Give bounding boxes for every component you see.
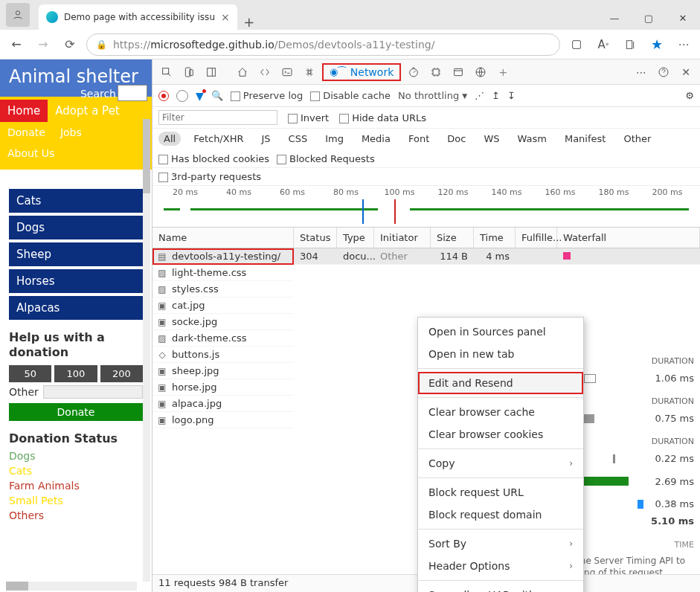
close-window-button[interactable]: ✕ [666,6,700,30]
type-filter-js[interactable]: JS [256,132,275,146]
minimize-button[interactable]: — [597,6,632,30]
type-filter-media[interactable]: Media [356,132,396,146]
refresh-button[interactable]: ⟳ [60,34,80,55]
address-bar[interactable]: 🔒 https://microsoftedge.github.io/Demos/… [86,33,560,56]
blocked_cookies-checkbox[interactable]: Has blocked cookies [158,153,269,164]
request-row[interactable]: ▣logo.png [152,412,294,428]
col-type[interactable]: Type [337,228,374,248]
nav-about[interactable]: About Us [0,143,62,164]
list-item[interactable]: Sheep [9,242,143,266]
type-filter-wasm[interactable]: Wasm [513,132,552,146]
request-row[interactable]: ▤devtools-a11y-testing/ [152,248,294,265]
application-icon[interactable] [449,62,468,82]
type-filter-doc[interactable]: Doc [442,132,471,146]
help-icon[interactable] [654,62,673,82]
profile-icon[interactable] [6,3,30,27]
overview-timeline[interactable]: 20 ms40 ms60 ms80 ms100 ms120 ms140 ms16… [152,186,700,228]
chip-100[interactable]: 100 [54,365,97,382]
import-har-icon[interactable]: ↥ [492,90,500,101]
reader-icon[interactable]: A» [593,34,614,55]
browser-tab[interactable]: Demo page with accessibility issu × [39,4,237,30]
menu-item[interactable]: Copy› [418,452,583,474]
welcome-icon[interactable] [233,62,252,82]
add-tab-icon[interactable]: + [493,62,513,82]
maximize-button[interactable]: ▢ [632,6,666,30]
new-tab-button[interactable]: + [237,14,261,30]
request-row[interactable]: ▣alpaca.jpg [152,396,294,412]
record-button[interactable] [158,91,169,101]
menu-item[interactable]: Block request domain [418,503,583,526]
memory-icon[interactable] [426,62,446,82]
menu-item[interactable]: Open in new tab [418,343,583,365]
request-row[interactable]: ◇buttons.js [152,347,294,363]
col-size[interactable]: Size [431,228,474,248]
request-row[interactable]: ▨dark-theme.css [152,330,294,347]
inspect-icon[interactable] [157,62,176,82]
request-row[interactable]: ▣sheep.jpg [152,363,294,379]
close-tab-icon[interactable]: × [221,11,230,23]
col-initiator[interactable]: Initiator [374,228,431,248]
chip-50[interactable]: 50 [9,365,51,382]
col-name[interactable]: Name [152,228,294,248]
filter-input[interactable] [158,110,277,125]
menu-item[interactable]: Edit and Resend [418,372,583,394]
menu-item[interactable]: Block request URL [418,481,583,503]
donate-button[interactable]: Donate [9,403,143,421]
performance-icon[interactable] [404,62,423,82]
menu-item[interactable]: Open in Sources panel [418,321,583,343]
list-item[interactable]: Cats [9,189,143,213]
page-scrollbar-v[interactable] [143,119,150,582]
nav-jobs[interactable]: Jobs [53,122,89,143]
page-scrollbar-h[interactable] [6,582,137,591]
sources-icon[interactable] [300,62,319,82]
type-filter-all[interactable]: All [158,132,181,146]
type-filter-font[interactable]: Font [403,132,434,146]
list-item[interactable]: Horses [9,269,143,293]
list-item[interactable]: Alpacas [9,296,143,320]
favorite-icon[interactable]: ★ [646,34,667,55]
col-time[interactable]: Time [474,228,516,248]
type-filter-img[interactable]: Img [320,132,349,146]
search-input[interactable] [118,85,147,101]
collections-icon[interactable] [620,34,640,55]
menu-item[interactable]: Save all as HAR with content [418,584,583,592]
export-har-icon[interactable]: ↧ [507,90,516,101]
search-icon[interactable]: 🔍 [211,90,223,101]
request-row[interactable]: ▣cat.jpg [152,297,294,314]
col-waterfall[interactable]: Waterfall [557,228,700,248]
nav-adopt[interactable]: Adopt a Pet [48,100,126,122]
elements-icon[interactable] [255,62,274,82]
device-icon[interactable] [179,62,199,82]
settings-icon[interactable]: ⚙ [685,90,694,101]
type-filter-other[interactable]: Other [618,132,656,146]
console-icon[interactable] [277,62,297,82]
filter-toggle-icon[interactable]: ▼ [196,90,204,102]
type-filter-ws[interactable]: WS [478,132,504,146]
menu-item[interactable]: Clear browser cookies [418,423,583,445]
dock-icon[interactable] [202,62,221,82]
menu-item[interactable]: Sort By› [418,533,583,555]
third-party-checkbox[interactable]: 3rd-party requests [158,171,261,182]
request-row-detail[interactable]: 304 docu... Other 114 B 4 ms [294,248,700,265]
chip-200[interactable]: 200 [100,365,143,382]
type-filter-fetch/xhr[interactable]: Fetch/XHR [188,132,248,146]
col-status[interactable]: Status [294,228,337,248]
col-fulfilled[interactable]: Fulfille... [516,228,557,248]
app-icon[interactable] [566,34,587,55]
other-input[interactable] [43,385,143,399]
menu-item[interactable]: Clear browser cache [418,401,583,423]
back-button[interactable]: ← [6,34,27,55]
more-icon[interactable]: ⋯ [673,34,694,55]
close-devtools-icon[interactable]: ✕ [676,62,696,82]
menu-item[interactable]: Header Options› [418,555,583,577]
request-row[interactable]: ▨styles.css [152,281,294,297]
request-row[interactable]: ▣horse.jpg [152,379,294,396]
type-filter-css[interactable]: CSS [283,132,313,146]
network-conditions-icon[interactable]: ⋰ [475,90,484,101]
tab-network[interactable]: ◉⁀ Network [322,63,401,81]
nav-home[interactable]: Home [0,100,48,122]
blocked_requests-checkbox[interactable]: Blocked Requests [277,153,375,164]
more-tabs-icon[interactable] [471,62,490,82]
list-item[interactable]: Dogs [9,216,143,239]
more-tools-icon[interactable]: ⋯ [632,62,651,82]
